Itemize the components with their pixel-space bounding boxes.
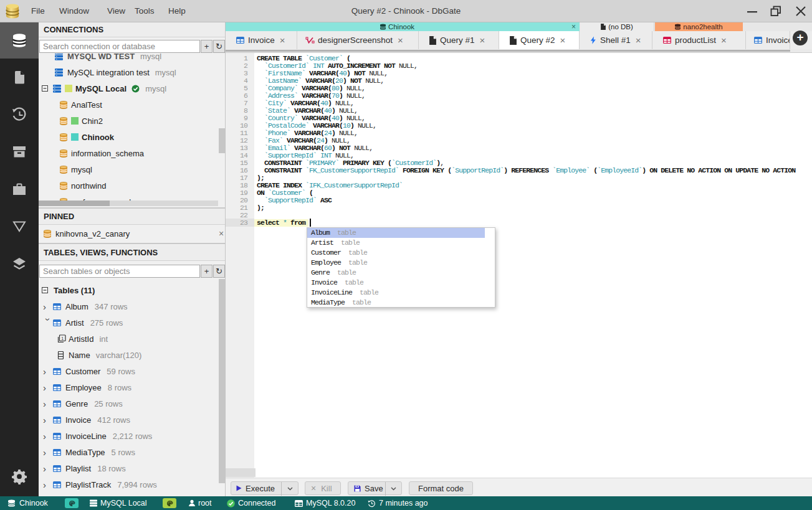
- svg-text:1: 1: [61, 336, 64, 341]
